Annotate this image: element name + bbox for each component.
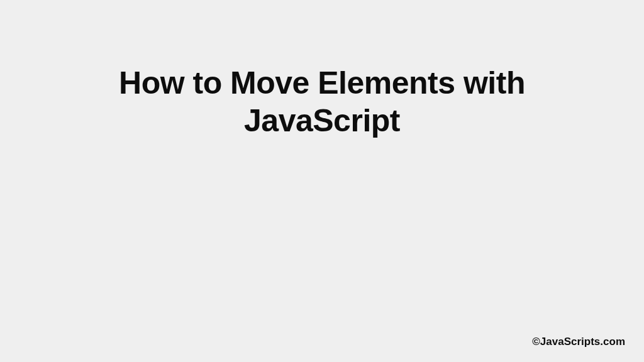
attribution-text: ©JavaScripts.com bbox=[532, 336, 625, 348]
page-title: How to Move Elements with JavaScript bbox=[0, 64, 644, 140]
